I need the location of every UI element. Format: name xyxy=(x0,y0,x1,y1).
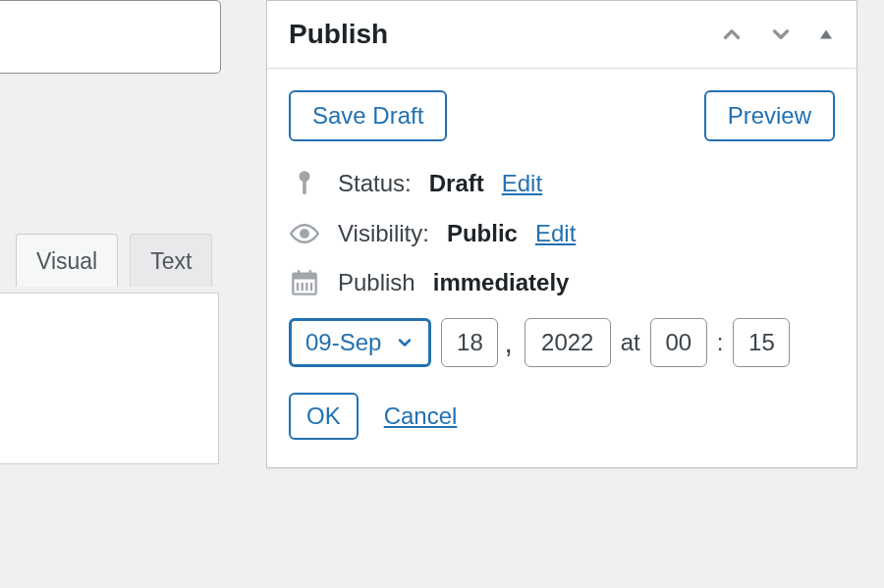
edit-status-link[interactable]: Edit xyxy=(502,170,542,197)
publish-label-prefix: Publish xyxy=(338,269,415,296)
edit-visibility-link[interactable]: Edit xyxy=(535,220,576,247)
panel-header-controls xyxy=(719,22,835,47)
cancel-link[interactable]: Cancel xyxy=(384,402,458,430)
status-row: Status: Draft Edit xyxy=(289,169,835,198)
publish-panel: Publish Save Draft Preview Status: Draft… xyxy=(266,0,857,468)
eye-icon xyxy=(289,223,320,244)
svg-rect-5 xyxy=(293,274,315,280)
svg-rect-10 xyxy=(298,270,300,276)
month-select-value: 09-Sep xyxy=(305,329,381,356)
editor-content-area[interactable] xyxy=(0,293,219,464)
status-value: Draft xyxy=(429,170,484,197)
chevron-down-icon xyxy=(395,333,414,352)
publish-panel-header: Publish xyxy=(267,1,856,69)
top-button-row: Save Draft Preview xyxy=(289,90,835,141)
editor-tabs: Visual Text xyxy=(16,234,212,287)
title-input-stub xyxy=(0,0,221,74)
tab-visual[interactable]: Visual xyxy=(16,234,118,287)
svg-rect-7 xyxy=(302,283,304,291)
save-draft-button[interactable]: Save Draft xyxy=(289,90,447,141)
schedule-inputs-row: 09-Sep , at : xyxy=(289,318,835,367)
calendar-icon xyxy=(289,269,320,296)
visibility-row: Visibility: Public Edit xyxy=(289,220,835,247)
hour-input[interactable] xyxy=(650,318,707,367)
svg-point-3 xyxy=(301,230,308,238)
visibility-value: Public xyxy=(447,220,518,247)
publish-label-value: immediately xyxy=(433,269,570,296)
minute-input[interactable] xyxy=(733,318,790,367)
svg-rect-6 xyxy=(297,283,299,291)
svg-rect-2 xyxy=(303,180,306,194)
status-label: Status: xyxy=(338,170,412,197)
year-input[interactable] xyxy=(525,318,611,367)
svg-rect-11 xyxy=(309,270,311,276)
chevron-down-icon[interactable] xyxy=(768,22,794,47)
preview-button[interactable]: Preview xyxy=(704,90,835,141)
day-input[interactable] xyxy=(441,318,498,367)
tab-text[interactable]: Text xyxy=(130,234,212,287)
publish-panel-title: Publish xyxy=(289,19,388,50)
month-select[interactable]: 09-Sep xyxy=(289,318,431,367)
svg-rect-9 xyxy=(310,283,312,291)
publish-panel-body: Save Draft Preview Status: Draft Edit Vi… xyxy=(267,69,856,467)
visibility-label: Visibility: xyxy=(338,220,429,247)
pin-icon xyxy=(289,169,320,198)
time-colon: : xyxy=(717,329,724,356)
date-comma: , xyxy=(504,326,512,359)
schedule-label-row: Publish immediately xyxy=(289,269,835,296)
collapse-panel-icon[interactable] xyxy=(817,26,835,43)
svg-marker-0 xyxy=(820,30,832,39)
schedule-action-row: OK Cancel xyxy=(289,393,835,440)
chevron-up-icon[interactable] xyxy=(719,22,745,47)
svg-rect-8 xyxy=(305,283,307,291)
ok-button[interactable]: OK xyxy=(289,393,359,440)
at-label: at xyxy=(621,329,640,356)
